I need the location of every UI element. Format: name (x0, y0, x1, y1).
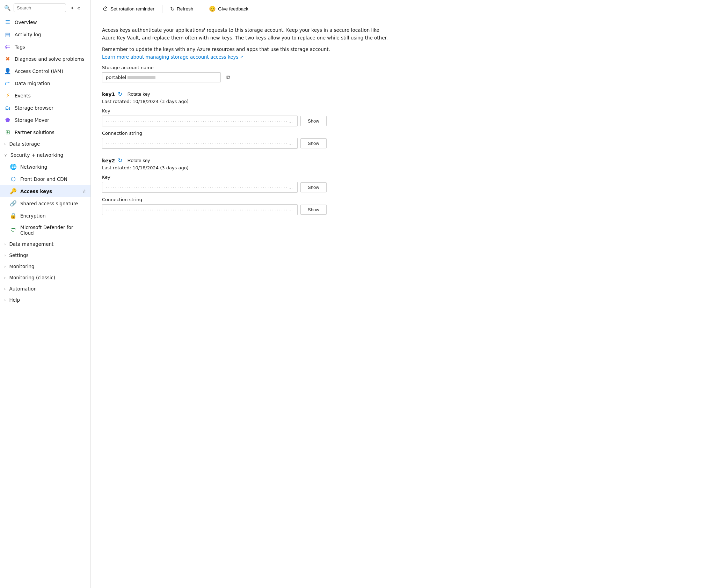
favorite-star-icon[interactable]: ☆ (82, 189, 86, 194)
sidebar-item-help[interactable]: › Help (0, 294, 90, 306)
key1-rotate-button[interactable]: Rotate key (125, 91, 152, 97)
key1-rotate-label: Rotate key (128, 91, 150, 97)
feedback-icon: 😊 (209, 6, 216, 12)
sidebar-item-label: Partner solutions (15, 130, 86, 135)
page-content: Access keys authenticate your applicatio… (91, 18, 405, 228)
key1-key-input (102, 116, 298, 126)
sidebar-item-front-door[interactable]: ⬡ Front Door and CDN (0, 173, 90, 185)
search-input[interactable] (14, 3, 66, 12)
key2-connection-input (102, 204, 298, 215)
set-rotation-label: Set rotation reminder (110, 6, 154, 12)
sidebar-item-monitoring-classic[interactable]: › Monitoring (classic) (0, 272, 90, 283)
key2-rotate-button[interactable]: Rotate key (125, 157, 152, 164)
encryption-icon: 🔒 (10, 212, 17, 219)
learn-more-link[interactable]: Learn more about managing storage accoun… (102, 53, 243, 61)
networking-icon: 🌐 (10, 163, 17, 170)
sidebar-item-label: Access Control (IAM) (15, 68, 86, 74)
storage-account-field-group: Storage account name portablel ⧉ (102, 65, 394, 82)
toolbar-separator (201, 5, 201, 13)
refresh-icon: ↻ (170, 6, 175, 12)
sidebar-item-label: Automation (9, 286, 86, 292)
storage-browser-icon: 🗂 (4, 104, 11, 111)
sidebar-item-label: Data storage (9, 141, 86, 147)
sidebar-item-access-control[interactable]: 👤 Access Control (IAM) (0, 65, 90, 77)
sidebar-item-settings[interactable]: › Settings (0, 250, 90, 261)
sidebar-item-label: Diagnose and solve problems (15, 56, 86, 62)
storage-account-input-row: portablel ⧉ (102, 72, 394, 82)
key1-section: key1 ↻ Rotate key Last rotated: 10/18/20… (102, 91, 394, 149)
events-icon: ⚡ (4, 92, 11, 99)
storage-account-redacted (128, 76, 155, 79)
sidebar-item-label: Events (15, 93, 86, 98)
sidebar-item-data-storage[interactable]: › Data storage (0, 138, 90, 149)
sidebar-item-storage-browser[interactable]: 🗂 Storage browser (0, 102, 90, 114)
sidebar-item-label: Security + networking (10, 152, 86, 158)
key2-rotate-icon: ↻ (118, 157, 122, 164)
sidebar-item-overview[interactable]: ☰ Overview (0, 16, 90, 28)
sidebar-item-label: Data migration (15, 81, 86, 86)
sidebar-item-label: Monitoring (classic) (9, 275, 86, 280)
key1-connection-label: Connection string (102, 131, 394, 136)
description-text-2: Remember to update the keys with any Azu… (102, 46, 394, 61)
key1-show-key-button[interactable]: Show (300, 116, 327, 126)
key2-key-input-row: Show (102, 182, 394, 193)
sidebar-item-access-keys[interactable]: 🔑 Access keys ☆ (0, 185, 90, 197)
sidebar-item-automation[interactable]: › Automation (0, 283, 90, 294)
give-feedback-button[interactable]: 😊 Give feedback (204, 3, 253, 14)
activity-log-icon: ▤ (4, 31, 11, 38)
key2-name: key2 (102, 158, 115, 163)
key2-show-connection-button[interactable]: Show (300, 205, 327, 215)
key2-key-input (102, 182, 298, 193)
sidebar-item-encryption[interactable]: 🔒 Encryption (0, 210, 90, 222)
shared-access-icon: 🔗 (10, 200, 17, 207)
toolbar-separator (162, 5, 162, 13)
sidebar-item-label: Front Door and CDN (20, 176, 86, 182)
access-keys-icon: 🔑 (10, 188, 17, 194)
key2-section: key2 ↻ Rotate key Last rotated: 10/18/20… (102, 157, 394, 215)
key2-show-key-button[interactable]: Show (300, 182, 327, 192)
chevron-right-icon: › (4, 242, 6, 247)
chevron-right-icon: › (4, 275, 6, 280)
storage-account-input: portablel (102, 72, 221, 82)
sidebar-item-label: Access keys (20, 189, 79, 194)
sidebar-item-partner-solutions[interactable]: ⊞ Partner solutions (0, 126, 90, 138)
copy-storage-account-button[interactable]: ⧉ (224, 73, 233, 82)
sidebar-item-security-networking[interactable]: ∨ Security + networking (0, 149, 90, 161)
sidebar-item-storage-mover[interactable]: ⬟ Storage Mover (0, 114, 90, 126)
sidebar-item-activity-log[interactable]: ▤ Activity log (0, 28, 90, 41)
learn-more-text: Learn more about managing storage accoun… (102, 53, 239, 61)
sidebar-item-diagnose[interactable]: ✖ Diagnose and solve problems (0, 53, 90, 65)
key1-connection-input-row: Show (102, 138, 394, 149)
chevron-down-icon: ∨ (4, 153, 7, 157)
key1-connection-field: Connection string Show (102, 131, 394, 149)
sidebar-item-monitoring[interactable]: › Monitoring (0, 261, 90, 272)
description-text-1: Access keys authenticate your applicatio… (102, 27, 394, 42)
sidebar-search-container: 🔍 ✦ « (0, 0, 90, 16)
key1-show-connection-button[interactable]: Show (300, 138, 327, 148)
collapse-icon[interactable]: « (77, 5, 80, 11)
key2-connection-field: Connection string Show (102, 197, 394, 215)
sidebar-item-defender[interactable]: 🛡 Microsoft Defender for Cloud (0, 222, 90, 238)
sidebar-item-data-migration[interactable]: 🗃 Data migration (0, 77, 90, 89)
key2-last-rotated: Last rotated: 10/18/2024 (3 days ago) (102, 165, 394, 170)
sidebar-item-data-management[interactable]: › Data management (0, 238, 90, 250)
sidebar-item-tags[interactable]: 🏷 Tags (0, 41, 90, 53)
sidebar-item-shared-access[interactable]: 🔗 Shared access signature (0, 197, 90, 210)
set-rotation-button[interactable]: ⏱ Set rotation reminder (98, 4, 159, 14)
chevron-right-icon: › (4, 298, 6, 302)
toolbar: ⏱ Set rotation reminder ↻ Refresh 😊 Give… (91, 0, 728, 18)
sidebar-item-label: Networking (20, 164, 86, 170)
tags-icon: 🏷 (4, 43, 11, 50)
sidebar-item-events[interactable]: ⚡ Events (0, 89, 90, 102)
overview-icon: ☰ (4, 19, 11, 25)
diagnose-icon: ✖ (4, 56, 11, 62)
key2-connection-input-row: Show (102, 204, 394, 215)
storage-account-name: portablel (106, 75, 126, 80)
key1-key-label: Key (102, 108, 394, 113)
refresh-button[interactable]: ↻ Refresh (165, 3, 198, 14)
sidebar-item-label: Help (9, 297, 86, 303)
sidebar-item-networking[interactable]: 🌐 Networking (0, 161, 90, 173)
sidebar-item-label: Activity log (15, 32, 86, 37)
key1-key-field: Key Show (102, 108, 394, 126)
chevron-right-icon: › (4, 264, 6, 269)
